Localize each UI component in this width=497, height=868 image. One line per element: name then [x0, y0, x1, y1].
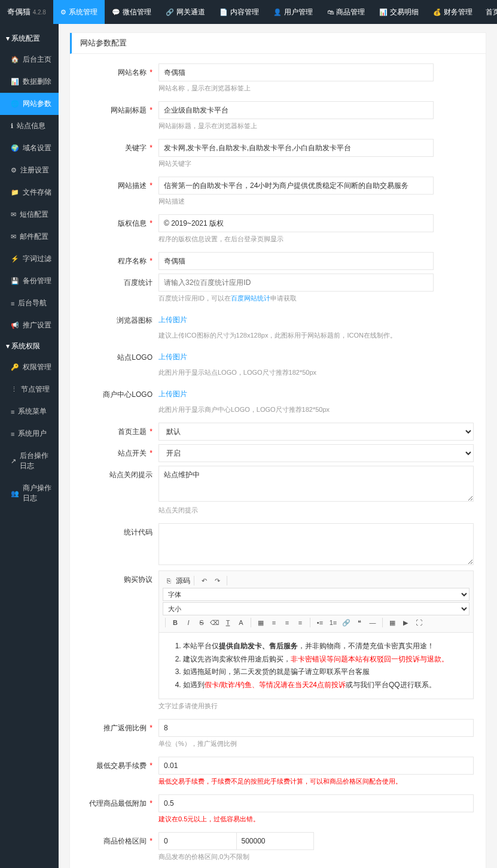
side-后台主页[interactable]: 🏠后台主页 — [0, 48, 59, 71]
side-系统用户[interactable]: ≡系统用户 — [0, 423, 59, 445]
ed-img[interactable]: ▦ — [255, 617, 267, 629]
nav-用户管理[interactable]: 👤用户管理 — [266, 0, 320, 24]
side-注册设置[interactable]: ⚙注册设置 — [0, 159, 59, 181]
side-备份管理[interactable]: 💾备份管理 — [0, 270, 59, 292]
ed-font[interactable]: 字体 — [163, 588, 469, 601]
ed-hr[interactable]: — — [367, 617, 379, 629]
nav-商品管理[interactable]: 🛍商品管理 — [320, 0, 372, 24]
promo-ratio[interactable] — [158, 719, 474, 737]
side-group[interactable]: ▾ 系统权限 — [0, 336, 59, 356]
agent-min[interactable] — [158, 794, 474, 812]
side-后台操作日志[interactable]: ↗后台操作日志 — [0, 445, 59, 477]
side-group[interactable]: ▾ 系统配置 — [0, 29, 59, 48]
ed-strike[interactable]: S — [196, 617, 208, 629]
side-文件存储[interactable]: 📁文件存储 — [0, 181, 59, 204]
ed-color[interactable]: A — [235, 617, 247, 629]
ed-italic[interactable]: I — [182, 617, 194, 629]
label: 网站名称 * — [82, 63, 158, 78]
upload-userlogo[interactable]: 上传图片 — [158, 386, 187, 403]
label: 浏览器图标 — [82, 311, 158, 326]
label: 购买协议 — [82, 570, 158, 585]
label: 代理商品最低附加 * — [82, 794, 158, 809]
label: 站点LOGO — [82, 348, 158, 363]
site-switch[interactable]: 开启 — [158, 444, 474, 462]
side-后台导航[interactable]: ≡后台导航 — [0, 292, 59, 314]
label: 版权信息 * — [82, 214, 158, 229]
ed-link[interactable]: 🔗 — [340, 617, 352, 629]
side-字词过滤[interactable]: ⚡字词过滤 — [0, 248, 59, 270]
home-theme[interactable]: 默认 — [158, 423, 474, 441]
ed-full[interactable]: ⛶ — [413, 617, 425, 629]
label: 商品价格区间 * — [82, 832, 158, 846]
baidu-stat[interactable] — [158, 274, 434, 292]
ed-right[interactable]: ≡ — [294, 617, 306, 629]
copyright[interactable] — [158, 214, 434, 232]
nav-财务管理[interactable]: 💰财务管理 — [426, 0, 480, 24]
price-max[interactable] — [236, 832, 315, 850]
upload-sitelogo[interactable]: 上传图片 — [158, 348, 187, 366]
ed-quote[interactable]: ❝ — [353, 617, 365, 629]
label: 网站描述 * — [82, 177, 158, 191]
ed-left[interactable]: ≡ — [268, 617, 280, 629]
side-数据删除[interactable]: 📊数据删除 — [0, 71, 59, 93]
side-网站参数[interactable]: 🌐网站参数 — [0, 93, 59, 115]
side-权限管理[interactable]: 🔑权限管理 — [0, 356, 59, 378]
ed-undo[interactable]: ↶ — [198, 575, 210, 587]
label: 站点开关 * — [82, 444, 158, 459]
site-name[interactable] — [158, 63, 434, 81]
upload-favicon[interactable]: 上传图片 — [158, 311, 187, 329]
site-desc[interactable] — [158, 177, 434, 195]
side-域名设置[interactable]: 🌍域名设置 — [0, 137, 59, 159]
keywords[interactable] — [158, 139, 434, 157]
ed-center[interactable]: ≡ — [281, 617, 293, 629]
side-短信配置[interactable]: ✉短信配置 — [0, 204, 59, 226]
ed-redo[interactable]: ↷ — [211, 575, 223, 587]
ed-clear[interactable]: ⌫ — [209, 617, 221, 629]
nav-内容管理[interactable]: 📄内容管理 — [212, 0, 266, 24]
ed-table[interactable]: ▦ — [386, 617, 398, 629]
nav-交易明细[interactable]: 📊交易明细 — [372, 0, 426, 24]
brand: 奇偶猫 4.2.8 — [0, 7, 53, 17]
page-title: 网站参数配置 — [70, 33, 486, 54]
side-站点信息[interactable]: ℹ站点信息 — [0, 115, 59, 137]
ed-ol[interactable]: 1≡ — [327, 617, 339, 629]
side-商户操作日志[interactable]: 👥商户操作日志 — [0, 477, 59, 509]
label: 程序名称 * — [82, 252, 158, 266]
price-min[interactable] — [158, 832, 236, 850]
navright-首页[interactable]: 首页 — [480, 0, 497, 24]
nav-网关通道[interactable]: 🔗网关通道 — [158, 0, 212, 24]
ed-bold[interactable]: B — [169, 617, 181, 629]
baidu-link[interactable]: 百度网站统计 — [231, 295, 270, 302]
label: 网站副标题 * — [82, 101, 158, 116]
ed-underline[interactable]: T — [222, 617, 234, 629]
ed-video[interactable]: ▶ — [400, 617, 411, 629]
close-hint[interactable]: 站点维护中 — [158, 466, 474, 502]
label: 站点关闭提示 — [82, 466, 158, 480]
side-推广设置[interactable]: 📢推广设置 — [0, 314, 59, 336]
label: 统计代码 — [82, 523, 158, 538]
min-fee[interactable] — [158, 757, 474, 775]
ed-size[interactable]: 大小 — [163, 602, 469, 615]
side-系统菜单[interactable]: ≡系统菜单 — [0, 400, 59, 423]
stat-code[interactable] — [158, 523, 474, 565]
ed-ul[interactable]: •≡ — [314, 617, 326, 629]
side-节点管理[interactable]: ⋮节点管理 — [0, 378, 59, 400]
nav-系统管理[interactable]: ⚙系统管理 — [53, 0, 105, 24]
label: 关键字 * — [82, 139, 158, 153]
ed-src[interactable]: ⎘ — [163, 575, 175, 587]
prog-name[interactable] — [158, 252, 434, 270]
label: 商户中心LOGO — [82, 386, 158, 400]
label: 百度统计 — [82, 274, 158, 288]
side-邮件配置[interactable]: ✉邮件配置 — [0, 226, 59, 248]
label: 推广返佣比例 * — [82, 719, 158, 733]
nav-微信管理[interactable]: 💬微信管理 — [105, 0, 158, 24]
label: 首页主题 * — [82, 423, 158, 437]
agreement-editor[interactable]: ⎘源码↶↷字体 大小BIS⌫TA▦≡≡≡•≡1≡🔗❝—▦▶⛶本站平台仅提供自助发… — [158, 570, 474, 699]
label: 最低交易手续费 * — [82, 757, 158, 771]
site-subtitle[interactable] — [158, 101, 434, 119]
